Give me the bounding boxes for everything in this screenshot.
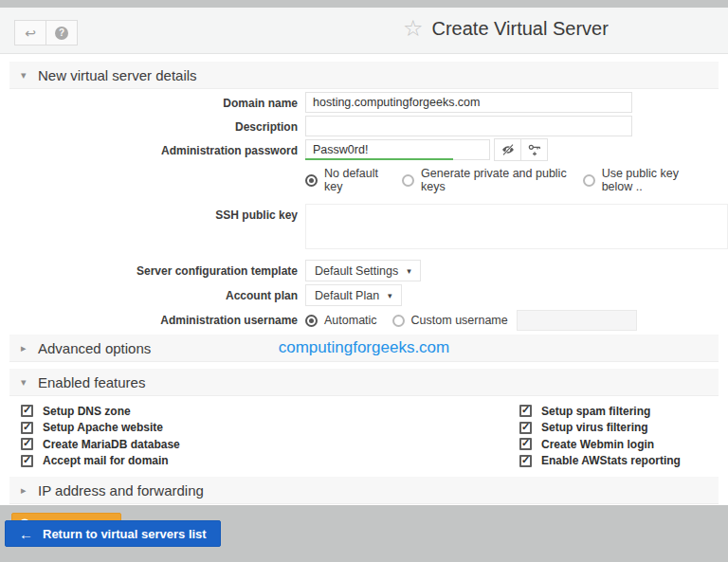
check-icon: ✓ <box>23 455 31 465</box>
checkbox[interactable]: ✓ <box>519 438 532 450</box>
return-to-list-button[interactable]: ← Return to virtual servers list <box>5 520 221 547</box>
password-strength-bar <box>305 158 453 160</box>
section-title-advanced: Advanced options <box>38 340 151 356</box>
return-to-list-label: Return to virtual servers list <box>43 527 207 541</box>
check-icon: ✓ <box>521 438 530 448</box>
form-row-description: Description <box>9 116 719 136</box>
radio-label: Generate private and public keys <box>421 167 568 193</box>
hide-password-button[interactable] <box>494 138 521 161</box>
section-title-details: New virtual server details <box>38 67 197 83</box>
chevron-right-icon: ▸ <box>21 484 29 497</box>
arrow-left-icon: ← <box>19 526 33 542</box>
description-label: Description <box>9 116 305 134</box>
ssh-public-key-label: SSH public key <box>9 197 305 222</box>
form-row-domain: Domain name <box>9 92 719 113</box>
domain-name-input[interactable] <box>305 92 632 113</box>
radio-label: Automatic <box>324 314 377 327</box>
favorite-star-icon[interactable]: ☆ <box>403 17 424 40</box>
check-icon: ✓ <box>521 405 530 415</box>
form-row-password: Administration password <box>9 139 719 193</box>
features-column-right: ✓ Setup spam filtering ✓ Setup virus fil… <box>519 403 719 469</box>
form-row-ssh-key: SSH public key <box>9 197 719 253</box>
section-header-features[interactable]: ▾ Enabled features <box>9 369 719 396</box>
check-icon: ✓ <box>23 422 31 432</box>
radio-automatic[interactable]: Automatic <box>305 314 377 327</box>
description-input[interactable] <box>305 116 632 136</box>
radio-label: Use public key below .. <box>602 167 703 193</box>
checkbox[interactable]: ✓ <box>21 422 33 434</box>
header-button-group: ↩ ? <box>14 20 78 45</box>
account-plan-select[interactable]: Default Plan ▾ <box>305 284 402 306</box>
feature-webmin-login[interactable]: ✓ Create Webmin login <box>519 436 719 453</box>
checkbox[interactable]: ✓ <box>519 405 532 417</box>
eye-off-icon <box>500 142 516 157</box>
section-title-ip: IP address and forwarding <box>38 482 204 499</box>
feature-virus-filtering[interactable]: ✓ Setup virus filtering <box>519 420 719 437</box>
config-template-label: Server configuration template <box>9 260 305 278</box>
page-header: ↩ ? ☆ Create Virtual Server <box>0 8 728 54</box>
radio-icon <box>305 315 318 327</box>
form-row-username: Administration username Automatic Custom… <box>9 309 719 331</box>
help-button[interactable]: ? <box>46 20 78 45</box>
chevron-down-icon: ▾ <box>21 376 29 389</box>
admin-username-label: Administration username <box>9 309 305 327</box>
title-area: ☆ Create Virtual Server <box>403 17 609 40</box>
radio-label: Custom username <box>411 314 508 327</box>
feature-mariadb-database[interactable]: ✓ Create MariaDB database <box>21 436 519 453</box>
page-content: ▾ New virtual server details Domain name… <box>0 54 728 537</box>
generate-password-button[interactable] <box>520 138 548 161</box>
checkbox[interactable]: ✓ <box>519 422 532 434</box>
section-title-features: Enabled features <box>38 374 145 390</box>
key-plus-icon <box>527 142 542 157</box>
chevron-right-icon: ▸ <box>21 342 29 354</box>
help-icon: ? <box>55 27 68 40</box>
feature-spam-filtering[interactable]: ✓ Setup spam filtering <box>519 403 719 420</box>
checkbox[interactable]: ✓ <box>21 405 33 417</box>
virtualmin-window: ↩ ? ☆ Create Virtual Server ▾ New virtua… <box>0 8 728 505</box>
domain-name-label: Domain name <box>9 92 305 110</box>
chevron-down-icon: ▾ <box>388 291 392 300</box>
radio-generate-keys[interactable]: Generate private and public keys <box>402 167 568 193</box>
checkbox[interactable]: ✓ <box>21 438 33 450</box>
section-header-details[interactable]: ▾ New virtual server details <box>9 62 719 89</box>
radio-custom-username[interactable]: Custom username <box>392 314 508 327</box>
check-icon: ✓ <box>23 438 31 448</box>
section-header-ip[interactable]: ▸ IP address and forwarding <box>9 477 719 504</box>
ssh-key-options: No default key Generate private and publ… <box>305 167 719 193</box>
radio-icon <box>583 174 595 187</box>
feature-awstats-reporting[interactable]: ✓ Enable AWStats reporting <box>519 453 719 470</box>
feature-apache-website[interactable]: ✓ Setup Apache website <box>21 420 519 437</box>
checkbox[interactable]: ✓ <box>21 455 33 467</box>
admin-password-input[interactable] <box>305 139 490 160</box>
chevron-down-icon: ▾ <box>21 69 29 82</box>
back-button[interactable]: ↩ <box>14 20 46 45</box>
radio-icon <box>402 174 414 187</box>
form-row-template: Server configuration template Default Se… <box>9 260 719 281</box>
radio-icon <box>392 315 405 327</box>
form-row-plan: Account plan Default Plan ▾ <box>9 284 719 306</box>
radio-label: No default key <box>324 167 387 193</box>
config-template-value: Default Settings <box>315 264 398 278</box>
page-title: Create Virtual Server <box>432 18 609 40</box>
features-column-left: ✓ Setup DNS zone ✓ Setup Apache website … <box>21 403 519 469</box>
radio-icon <box>305 174 318 187</box>
checkbox[interactable]: ✓ <box>519 455 532 467</box>
check-icon: ✓ <box>521 422 530 432</box>
feature-accept-mail[interactable]: ✓ Accept mail for domain <box>21 453 519 470</box>
back-icon: ↩ <box>25 26 36 41</box>
radio-no-default-key[interactable]: No default key <box>305 167 387 193</box>
radio-use-public-key[interactable]: Use public key below .. <box>583 167 703 193</box>
check-icon: ✓ <box>23 405 31 415</box>
admin-password-label: Administration password <box>9 139 305 157</box>
account-plan-value: Default Plan <box>315 289 379 302</box>
ssh-public-key-textarea[interactable] <box>305 204 728 249</box>
details-form: Domain name Description Administration p… <box>9 89 719 331</box>
section-header-advanced[interactable]: ▸ Advanced options computingforgeeks.com <box>9 335 719 362</box>
account-plan-label: Account plan <box>9 284 305 302</box>
check-icon: ✓ <box>521 455 530 465</box>
chevron-down-icon: ▾ <box>407 266 411 276</box>
features-grid: ✓ Setup DNS zone ✓ Setup Apache website … <box>9 396 719 477</box>
feature-dns-zone[interactable]: ✓ Setup DNS zone <box>21 403 519 420</box>
custom-username-input[interactable] <box>517 310 637 331</box>
config-template-select[interactable]: Default Settings ▾ <box>305 260 421 281</box>
